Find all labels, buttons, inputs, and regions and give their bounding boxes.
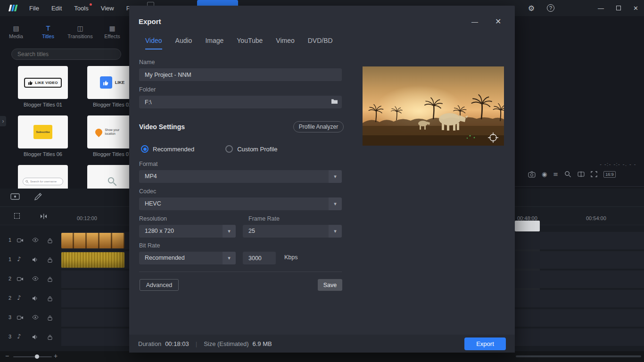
speaker-mute-icon[interactable] bbox=[32, 257, 38, 263]
bitrate-kbps-input[interactable] bbox=[243, 252, 276, 264]
help-icon[interactable]: ? bbox=[547, 4, 554, 12]
format-label: Format bbox=[139, 161, 158, 167]
advanced-button[interactable]: Advanced bbox=[140, 279, 179, 291]
menu-tools[interactable]: Tools bbox=[74, 5, 88, 12]
chevron-down-icon: ▾ bbox=[329, 170, 342, 183]
profile-analyzer-button[interactable]: Profile Analyzer bbox=[293, 121, 344, 132]
folder-browse-icon[interactable] bbox=[331, 99, 338, 104]
search-input[interactable] bbox=[11, 49, 121, 60]
magnifier-icon bbox=[107, 177, 117, 186]
marquee-select-icon[interactable] bbox=[14, 213, 20, 219]
video-clip[interactable] bbox=[61, 233, 124, 248]
lock-icon[interactable] bbox=[47, 238, 53, 244]
subscribe-graphic: Subscribe bbox=[33, 125, 52, 139]
window-controls: ⚙ ? — ✕ bbox=[528, 0, 644, 16]
framerate-value: 25 bbox=[248, 228, 255, 234]
export-preview-image bbox=[363, 66, 504, 146]
snapshot-camera-icon[interactable] bbox=[528, 171, 536, 178]
aspect-ratio-badge[interactable]: 16:9 bbox=[603, 171, 616, 178]
pen-tool-icon[interactable] bbox=[34, 193, 42, 201]
clip-segment[interactable] bbox=[515, 221, 540, 231]
format-dropdown[interactable]: MP4 ▾ bbox=[139, 170, 342, 183]
location-pin-icon bbox=[93, 127, 103, 137]
resolution-dropdown[interactable]: 1280 x 720 ▾ bbox=[139, 225, 236, 238]
lock-icon[interactable] bbox=[47, 276, 53, 282]
tab-audio[interactable]: Audio bbox=[175, 37, 192, 49]
zoom-slider-handle[interactable] bbox=[35, 354, 39, 359]
audio-clip[interactable] bbox=[61, 252, 124, 268]
ruler-timestamp: 00:54:00 bbox=[586, 215, 606, 221]
tab-titles-label: Titles bbox=[42, 33, 54, 39]
window-maximize-button[interactable] bbox=[616, 6, 621, 10]
tab-dvd-bd[interactable]: DVD/BD bbox=[308, 37, 333, 49]
video-track-icon bbox=[17, 276, 24, 282]
codec-label: Codec bbox=[139, 188, 156, 195]
lock-icon[interactable] bbox=[47, 257, 53, 263]
tab-image[interactable]: Image bbox=[205, 37, 223, 49]
tab-video[interactable]: Video bbox=[145, 37, 162, 49]
zoom-slider-track[interactable] bbox=[13, 356, 52, 357]
window-close-button[interactable]: ✕ bbox=[633, 5, 638, 12]
chevron-down-icon: ▾ bbox=[223, 225, 236, 238]
visibility-eye-icon[interactable] bbox=[32, 315, 39, 320]
screen-record-icon[interactable] bbox=[10, 193, 20, 201]
export-dialog: Export — ✕ Video Audio Image YouTube Vim… bbox=[129, 6, 515, 353]
track-number: 2 bbox=[8, 276, 11, 281]
framerate-label: Frame Rate bbox=[248, 215, 280, 222]
footer-separator: | bbox=[196, 340, 197, 347]
lock-icon[interactable] bbox=[47, 315, 53, 321]
menu-view[interactable]: View bbox=[101, 5, 114, 12]
track-number: 3 bbox=[8, 314, 11, 320]
save-button[interactable]: Save bbox=[318, 279, 342, 291]
format-value: MP4 bbox=[145, 173, 157, 180]
title-thumbnail[interactable]: LIKE VIDEO bbox=[18, 66, 68, 99]
track-number: 1 bbox=[8, 237, 11, 243]
record-icon[interactable]: ◉ bbox=[542, 171, 547, 178]
fullscreen-icon[interactable] bbox=[591, 171, 597, 177]
codec-dropdown[interactable]: HEVC ▾ bbox=[139, 197, 342, 210]
marker-list-icon[interactable]: ≡ bbox=[553, 171, 558, 178]
audio-track-icon: ♪ bbox=[17, 295, 21, 301]
trim-playhead-icon[interactable] bbox=[40, 214, 48, 219]
preview-toolbar: ◉ ≡ 16:9 bbox=[528, 171, 616, 178]
search-bar-graphic: Search for username bbox=[23, 178, 63, 185]
recommended-radio[interactable] bbox=[141, 145, 149, 153]
tab-effects[interactable]: ▦ Effects bbox=[96, 20, 128, 44]
visibility-eye-icon[interactable] bbox=[32, 238, 39, 242]
split-icon[interactable] bbox=[578, 171, 585, 177]
settings-gear-icon[interactable]: ⚙ bbox=[528, 4, 535, 13]
menu-file[interactable]: File bbox=[29, 5, 39, 12]
window-minimize-button[interactable]: — bbox=[598, 5, 604, 12]
dialog-close-button[interactable]: ✕ bbox=[495, 17, 501, 26]
framerate-dropdown[interactable]: 25 ▾ bbox=[243, 225, 342, 238]
panel-expand-chevron[interactable]: › bbox=[0, 116, 6, 126]
lock-icon[interactable] bbox=[47, 334, 53, 340]
dialog-minimize-button[interactable]: — bbox=[471, 18, 478, 25]
video-track-icon bbox=[17, 238, 24, 243]
speaker-mute-icon[interactable] bbox=[32, 296, 38, 301]
bitrate-dropdown[interactable]: Recommended ▾ bbox=[139, 252, 236, 264]
notification-dot bbox=[90, 3, 92, 6]
custom-profile-radio[interactable] bbox=[225, 145, 233, 153]
tab-media[interactable]: ▤ Media bbox=[0, 20, 32, 44]
dialog-title: Export bbox=[139, 17, 161, 25]
tab-transitions[interactable]: ◫ Transitions bbox=[64, 20, 96, 44]
horizontal-scrollbar[interactable] bbox=[516, 355, 641, 357]
thumb-up-icon bbox=[28, 80, 33, 85]
zoom-out-button[interactable]: − bbox=[5, 352, 9, 360]
title-thumbnail[interactable]: Subscribe bbox=[18, 115, 68, 148]
tab-youtube[interactable]: YouTube bbox=[237, 37, 263, 49]
tab-titles[interactable]: T Titles bbox=[32, 20, 64, 44]
track-number: 1 bbox=[8, 256, 11, 262]
tab-vimeo[interactable]: Vimeo bbox=[276, 37, 294, 49]
menu-edit[interactable]: Edit bbox=[51, 5, 62, 12]
export-button[interactable]: Export bbox=[464, 337, 506, 350]
zoom-in-button[interactable]: + bbox=[54, 352, 58, 360]
folder-input[interactable] bbox=[139, 96, 342, 108]
recommended-radio-label: Recommended bbox=[153, 146, 194, 153]
name-input[interactable] bbox=[139, 68, 342, 81]
zoom-icon[interactable] bbox=[564, 171, 571, 178]
visibility-eye-icon[interactable] bbox=[32, 276, 39, 281]
lock-icon[interactable] bbox=[47, 296, 53, 302]
speaker-mute-icon[interactable] bbox=[32, 334, 38, 340]
